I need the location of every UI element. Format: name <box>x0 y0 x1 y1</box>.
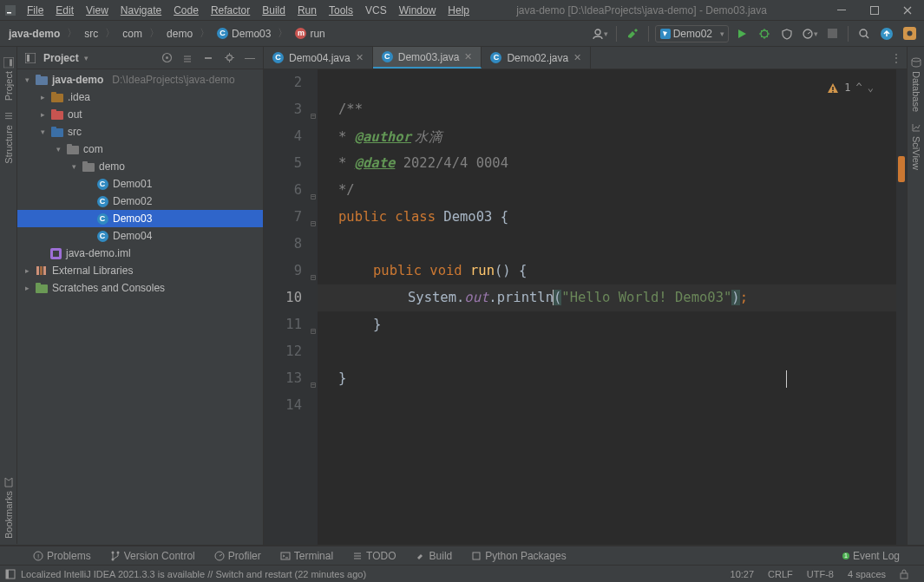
crumb-method[interactable]: mrun <box>292 26 328 42</box>
tool-problems[interactable]: !Problems <box>24 550 100 562</box>
menu-code[interactable]: Code <box>167 2 205 19</box>
quick-access-icon[interactable] <box>5 569 16 579</box>
tree-com[interactable]: ▾ com <box>17 141 263 158</box>
menu-tools[interactable]: Tools <box>323 2 359 19</box>
debug-icon[interactable] <box>755 24 774 43</box>
menu-file[interactable]: File <box>21 2 49 19</box>
tree-iml[interactable]: java-demo.iml <box>17 245 263 262</box>
status-eol[interactable]: CRLF <box>761 569 800 579</box>
tree-class-demo03[interactable]: C Demo03 <box>17 210 263 227</box>
svg-rect-3 <box>871 6 879 14</box>
status-encoding[interactable]: UTF-8 <box>800 569 841 579</box>
editor-tab-demo02[interactable]: C Demo02.java ✕ <box>482 47 591 69</box>
tree-root[interactable]: ▾ java-demo D:\IdeaProjects\java-demo <box>17 71 263 88</box>
tool-profiler[interactable]: Profiler <box>206 550 270 562</box>
run-config-select[interactable]: Demo02 ▾ <box>655 25 729 43</box>
collapse-all-icon[interactable] <box>200 50 216 66</box>
crumb-com[interactable]: com <box>119 26 146 42</box>
menu-help[interactable]: Help <box>442 2 475 19</box>
tree-scratches[interactable]: ▸ Scratches and Consoles <box>17 279 263 297</box>
menu-refactor[interactable]: Refactor <box>205 2 256 19</box>
run-icon[interactable] <box>732 24 751 43</box>
svg-rect-24 <box>51 109 56 113</box>
editor-tab-demo04[interactable]: C Demo04.java ✕ <box>264 47 373 69</box>
toolwindow-structure[interactable]: Structure <box>2 106 16 169</box>
crumb-project[interactable]: java-demo <box>5 26 63 42</box>
code-editor[interactable]: 2 3 4 5 6 7 8 9 10 11 12 13 14 ⊟ ⊟ ⊟ ⊟ ⊟… <box>264 69 907 545</box>
menu-build[interactable]: Build <box>256 2 292 19</box>
tab-close-icon[interactable]: ✕ <box>356 52 364 63</box>
project-tree[interactable]: ▾ java-demo D:\IdeaProjects\java-demo ▸ … <box>17 69 263 545</box>
menu-navigate[interactable]: Navigate <box>115 2 167 19</box>
add-config-icon[interactable]: ▾ <box>591 24 610 43</box>
tree-class-demo04[interactable]: C Demo04 <box>17 227 263 245</box>
title-bar: File Edit View Navigate Code Refactor Bu… <box>0 0 924 21</box>
build-hammer-icon[interactable] <box>623 24 642 43</box>
left-tool-strip: Project Structure Bookmarks <box>0 47 17 545</box>
toolwindow-sciview[interactable]: SciView <box>909 117 923 175</box>
ide-settings-icon[interactable] <box>900 24 919 43</box>
toolwindow-database[interactable]: Database <box>909 52 923 117</box>
menu-edit[interactable]: Edit <box>49 2 80 19</box>
editor-tab-demo03[interactable]: C Demo03.java ✕ <box>373 47 482 69</box>
search-everywhere-icon[interactable] <box>855 24 874 43</box>
tree-external-libraries[interactable]: ▸ External Libraries <box>17 262 263 279</box>
maximize-button[interactable] <box>858 0 891 21</box>
settings-icon[interactable] <box>221 50 237 66</box>
menu-window[interactable]: Window <box>393 2 442 19</box>
status-indent[interactable]: 4 spaces <box>841 569 893 579</box>
coverage-icon[interactable] <box>777 24 796 43</box>
expand-all-icon[interactable] <box>180 50 195 66</box>
tab-more-icon[interactable]: ⋮ <box>886 47 907 69</box>
hide-icon[interactable]: — <box>242 50 258 66</box>
notification-badge-icon: 1 <box>842 553 849 559</box>
tool-terminal[interactable]: Terminal <box>272 550 342 562</box>
project-panel: Project ▾ — ▾ java-demo D:\IdeaProjects\… <box>17 47 264 545</box>
menu-run[interactable]: Run <box>292 2 323 19</box>
svg-rect-50 <box>6 570 9 579</box>
crumb-class[interactable]: CDemo03 <box>213 26 274 42</box>
tool-python-packages[interactable]: Python Packages <box>462 550 574 562</box>
editor-tabs: C Demo04.java ✕ C Demo03.java ✕ C Demo02… <box>264 47 907 69</box>
gutter[interactable]: 2 3 4 5 6 7 8 9 10 11 12 13 14 ⊟ ⊟ ⊟ ⊟ ⊟… <box>264 69 318 545</box>
tree-class-demo01[interactable]: C Demo01 <box>17 175 263 193</box>
stop-icon[interactable] <box>822 24 842 43</box>
right-tool-strip: Database SciView <box>907 47 924 545</box>
app-icon <box>0 5 21 16</box>
menu-vcs[interactable]: VCS <box>359 2 393 19</box>
minimize-button[interactable] <box>825 0 858 21</box>
tree-src[interactable]: ▾ src <box>17 123 263 141</box>
navbar: java-demo 〉 src 〉 com 〉 demo 〉 CDemo03 〉… <box>0 21 924 47</box>
crumb-demo[interactable]: demo <box>163 26 196 42</box>
tool-todo[interactable]: TODO <box>344 550 404 562</box>
menu-view[interactable]: View <box>80 2 115 19</box>
profiler-icon[interactable]: ▾ <box>800 24 819 43</box>
tool-event-log[interactable]: 1 Event Log <box>842 550 900 562</box>
crumb-src[interactable]: src <box>81 26 102 42</box>
toolwindow-project[interactable]: Project <box>2 52 16 106</box>
tool-vcs[interactable]: Version Control <box>102 550 204 562</box>
tree-demo[interactable]: ▾ demo <box>17 158 263 175</box>
inspection-widget[interactable]: 1 ^ ⌄ <box>827 75 874 101</box>
svg-point-45 <box>111 558 114 560</box>
tool-build[interactable]: Build <box>407 550 462 562</box>
toolwindow-bookmarks[interactable]: Bookmarks <box>2 472 16 544</box>
tab-close-icon[interactable]: ✕ <box>573 52 581 63</box>
warning-icon <box>827 82 839 95</box>
svg-rect-37 <box>36 283 41 286</box>
status-caret[interactable]: 10:27 <box>724 569 762 579</box>
tab-close-icon[interactable]: ✕ <box>464 51 472 62</box>
svg-rect-14 <box>25 53 36 63</box>
select-opened-icon[interactable] <box>159 50 174 66</box>
tree-idea[interactable]: ▸ .idea <box>17 88 263 106</box>
menubar: File Edit View Navigate Code Refactor Bu… <box>21 2 475 19</box>
readonly-lock-icon[interactable] <box>893 569 915 579</box>
update-icon[interactable] <box>877 24 896 43</box>
status-message[interactable]: Localized IntelliJ IDEA 2021.3.3 is avai… <box>21 569 366 579</box>
code[interactable]: /** * @author 水滴 * @date 2022/4/4 0004 *… <box>318 69 896 545</box>
error-stripe[interactable] <box>896 69 907 545</box>
tree-out[interactable]: ▸ out <box>17 106 263 123</box>
close-button[interactable] <box>891 0 924 21</box>
svg-rect-34 <box>40 266 43 275</box>
tree-class-demo02[interactable]: C Demo02 <box>17 193 263 210</box>
